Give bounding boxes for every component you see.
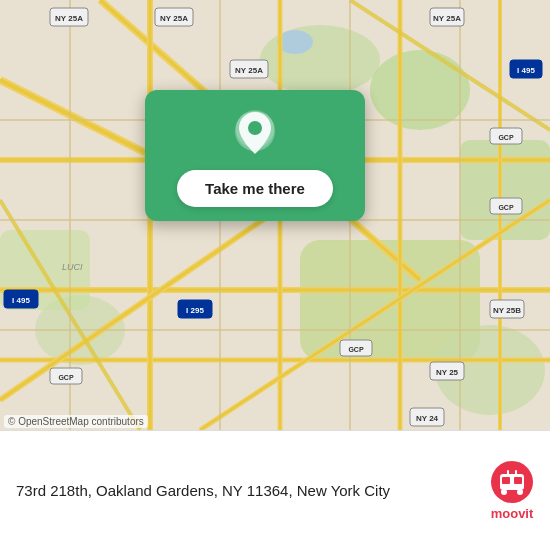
svg-text:NY 25B: NY 25B: [493, 306, 521, 315]
svg-text:NY 25A: NY 25A: [55, 14, 83, 23]
map-attribution: © OpenStreetMap contributors: [4, 415, 148, 428]
svg-point-71: [248, 121, 262, 135]
svg-text:GCP: GCP: [58, 374, 74, 381]
svg-text:GCP: GCP: [498, 204, 514, 211]
svg-text:LUCI: LUCI: [62, 262, 83, 272]
bottom-bar: 73rd 218th, Oakland Gardens, NY 11364, N…: [0, 430, 550, 550]
svg-text:GCP: GCP: [348, 346, 364, 353]
attribution-text: © OpenStreetMap contributors: [8, 416, 144, 427]
svg-text:I 495: I 495: [12, 296, 30, 305]
map-container: NY 25A NY 25A NY 25A NY 25A I 495 GCP GC…: [0, 0, 550, 430]
svg-rect-74: [502, 477, 510, 484]
svg-rect-6: [460, 140, 550, 240]
take-me-there-button[interactable]: Take me there: [177, 170, 333, 207]
app-container: NY 25A NY 25A NY 25A NY 25A I 495 GCP GC…: [0, 0, 550, 550]
svg-rect-75: [514, 477, 522, 484]
svg-text:NY 25: NY 25: [436, 368, 459, 377]
location-pin-icon: [232, 108, 278, 160]
svg-point-76: [501, 489, 507, 495]
address-text: 73rd 218th, Oakland Gardens, NY 11364, N…: [16, 480, 474, 501]
svg-text:I 495: I 495: [517, 66, 535, 75]
svg-text:NY 25A: NY 25A: [160, 14, 188, 23]
svg-text:I 295: I 295: [186, 306, 204, 315]
svg-text:NY 25A: NY 25A: [433, 14, 461, 23]
svg-point-77: [517, 489, 523, 495]
svg-rect-79: [515, 470, 517, 475]
moovit-label: moovit: [491, 506, 534, 521]
svg-text:GCP: GCP: [498, 134, 514, 141]
svg-text:NY 24: NY 24: [416, 414, 439, 423]
moovit-logo: moovit: [490, 460, 534, 521]
svg-point-2: [370, 50, 470, 130]
svg-text:NY 25A: NY 25A: [235, 66, 263, 75]
svg-rect-78: [507, 470, 509, 475]
location-card: Take me there: [145, 90, 365, 221]
moovit-icon: [490, 460, 534, 504]
